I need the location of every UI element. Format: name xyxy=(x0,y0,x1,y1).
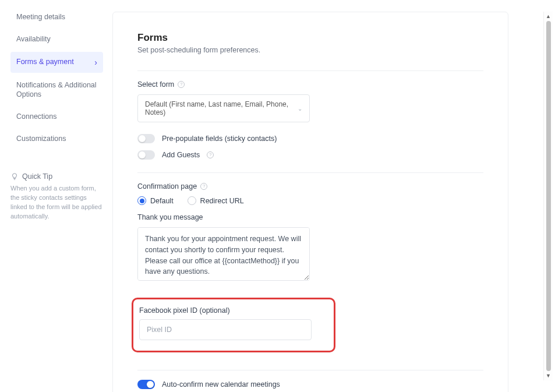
facebook-pixel-highlight: Facebook pixel ID (optional) xyxy=(132,298,335,352)
sidebar-item-availability[interactable]: Availability xyxy=(10,29,103,49)
confirmation-page-label: Confirmation page ? xyxy=(137,182,483,190)
radio-confirmation-default[interactable]: Default xyxy=(137,196,174,205)
toggle-label: Auto-confirm new calendar meetings xyxy=(162,380,280,389)
info-icon[interactable]: ? xyxy=(200,183,207,190)
info-icon[interactable]: ? xyxy=(207,151,214,158)
forms-card: Forms Set post-scheduling form preferenc… xyxy=(112,12,508,392)
divider xyxy=(137,172,483,173)
toggle-label: Pre-populate fields (sticky contacts) xyxy=(162,135,277,143)
select-form-label: Select form ? xyxy=(137,80,483,89)
toggle-prepopulate[interactable] xyxy=(137,134,155,143)
radio-label: Default xyxy=(150,197,174,205)
sidebar-item-connections[interactable]: Connections xyxy=(10,107,103,126)
sidebar-item-label: Forms & payment xyxy=(16,57,74,66)
sidebar-item-label: Connections xyxy=(16,112,57,121)
select-form-dropdown[interactable]: Default (First name, Last name, Email, P… xyxy=(137,94,310,122)
sidebar-item-meeting-details[interactable]: Meeting details xyxy=(10,7,103,27)
quick-tip-title: Quick Tip xyxy=(22,172,52,181)
radio-icon xyxy=(188,196,196,205)
scrollbar-down-arrow[interactable]: ▼ xyxy=(544,371,553,380)
toggle-label: Add Guests xyxy=(162,151,200,159)
sidebar-item-forms-payment[interactable]: Forms & payment › xyxy=(10,52,103,73)
radio-label: Redirect URL xyxy=(200,197,244,205)
info-icon[interactable]: ? xyxy=(178,81,185,88)
quick-tip-text: When you add a custom form, the sticky c… xyxy=(10,184,103,221)
pixel-id-input[interactable] xyxy=(139,319,312,340)
sidebar-item-label: Customizations xyxy=(16,134,66,143)
thankyou-label: Thank you message xyxy=(137,213,483,221)
scrollbar-up-arrow[interactable]: ▲ xyxy=(544,12,553,21)
toggle-auto-confirm[interactable] xyxy=(137,380,155,389)
select-value: Default (First name, Last name, Email, P… xyxy=(145,100,298,116)
section-subtitle: Set post-scheduling form preferences. xyxy=(137,46,483,54)
quick-tip: Quick Tip When you add a custom form, th… xyxy=(10,172,103,221)
section-heading: Forms xyxy=(137,32,483,44)
divider xyxy=(137,370,483,370)
radio-confirmation-redirect[interactable]: Redirect URL xyxy=(188,196,244,205)
main-content: Forms Set post-scheduling form preferenc… xyxy=(108,0,555,392)
scrollbar-thumb[interactable] xyxy=(546,21,551,371)
toggle-add-guests[interactable] xyxy=(137,150,155,160)
thankyou-textarea[interactable] xyxy=(137,227,310,281)
sidebar-item-notifications[interactable]: Notifications & Additional Options xyxy=(10,75,103,105)
sidebar-item-customizations[interactable]: Customizations xyxy=(10,129,103,149)
sidebar-item-label: Meeting details xyxy=(16,12,65,22)
label-text: Confirmation page xyxy=(137,182,197,190)
scrollbar[interactable]: ▲ ▼ xyxy=(543,12,553,380)
pixel-label: Facebook pixel ID (optional) xyxy=(139,306,324,315)
radio-icon xyxy=(137,196,146,205)
label-text: Facebook pixel ID (optional) xyxy=(139,306,230,315)
label-text: Thank you message xyxy=(137,213,203,221)
chevron-right-icon: › xyxy=(94,57,97,68)
sidebar-item-label: Notifications & Additional Options xyxy=(16,80,97,100)
divider xyxy=(137,70,483,71)
settings-sidebar: Meeting details Availability Forms & pay… xyxy=(0,0,108,392)
chevron-down-icon: ⌄ xyxy=(298,105,302,112)
sidebar-item-label: Availability xyxy=(16,34,51,44)
label-text: Select form xyxy=(137,80,174,89)
lightbulb-icon xyxy=(10,172,19,181)
